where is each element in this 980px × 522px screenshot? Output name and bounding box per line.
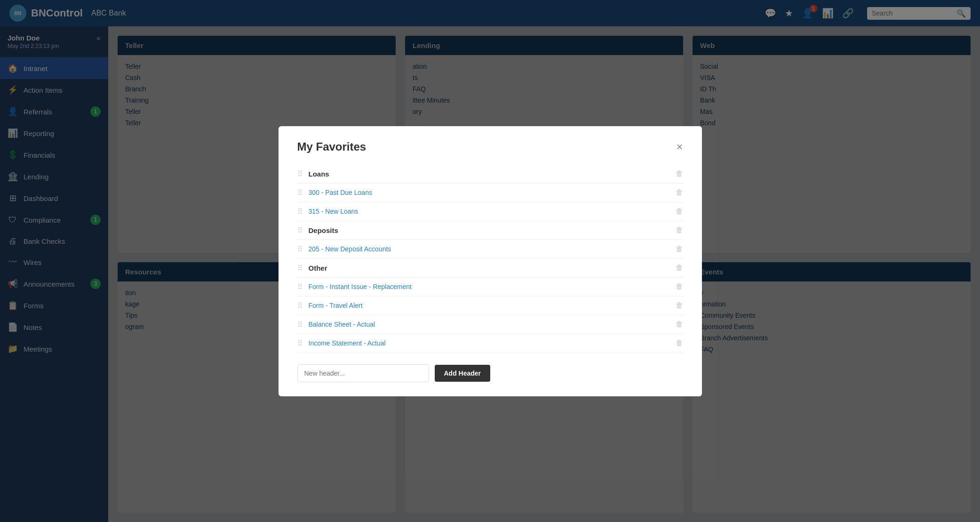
- favorites-list: ⠿ Loans 🗑 ⠿ 300 - Past Due Loans 🗑 ⠿ 315…: [297, 165, 683, 353]
- delete-section-button[interactable]: 🗑: [676, 169, 683, 178]
- fav-item: ⠿ 205 - New Deposit Accounts 🗑: [297, 240, 683, 259]
- delete-item-button[interactable]: 🗑: [676, 207, 683, 216]
- delete-item-button[interactable]: 🗑: [676, 245, 683, 253]
- modal-overlay[interactable]: My Favorites × ⠿ Loans 🗑 ⠿ 300 - Past Du…: [0, 0, 980, 522]
- delete-section-button[interactable]: 🗑: [676, 264, 683, 272]
- fav-item: ⠿ Form - Instant Issue - Replacement 🗑: [297, 278, 683, 297]
- delete-item-button[interactable]: 🗑: [676, 301, 683, 310]
- fav-item-link[interactable]: 315 - New Loans: [309, 208, 676, 215]
- delete-section-button[interactable]: 🗑: [676, 226, 683, 234]
- delete-item-button[interactable]: 🗑: [676, 339, 683, 347]
- fav-section-label: Loans: [309, 170, 676, 178]
- fav-item: ⠿ 300 - Past Due Loans 🗑: [297, 184, 683, 202]
- fav-section-header-loans: ⠿ Loans 🗑: [297, 165, 683, 184]
- fav-item: ⠿ 315 - New Loans 🗑: [297, 202, 683, 221]
- new-header-input[interactable]: [297, 364, 429, 382]
- drag-handle[interactable]: ⠿: [297, 245, 303, 254]
- modal-header: My Favorites ×: [297, 140, 683, 153]
- fav-item-link[interactable]: Form - Instant Issue - Replacement: [309, 283, 676, 290]
- drag-handle[interactable]: ⠿: [297, 226, 303, 235]
- drag-handle[interactable]: ⠿: [297, 282, 303, 291]
- drag-handle[interactable]: ⠿: [297, 169, 303, 178]
- fav-item: ⠿ Income Statement - Actual 🗑: [297, 334, 683, 353]
- fav-section-label: Deposits: [309, 226, 676, 234]
- add-header-button[interactable]: Add Header: [435, 365, 491, 382]
- delete-item-button[interactable]: 🗑: [676, 320, 683, 329]
- drag-handle[interactable]: ⠿: [297, 320, 303, 329]
- drag-handle[interactable]: ⠿: [297, 207, 303, 216]
- fav-item-link[interactable]: Income Statement - Actual: [309, 339, 676, 347]
- fav-section-header-other: ⠿ Other 🗑: [297, 259, 683, 278]
- modal-footer: Add Header: [297, 364, 683, 382]
- delete-item-button[interactable]: 🗑: [676, 282, 683, 291]
- modal-title: My Favorites: [297, 140, 367, 153]
- fav-section-header-deposits: ⠿ Deposits 🗑: [297, 221, 683, 240]
- fav-item: ⠿ Form - Travel Alert 🗑: [297, 297, 683, 315]
- delete-item-button[interactable]: 🗑: [676, 188, 683, 197]
- fav-section-label: Other: [309, 264, 676, 272]
- fav-item-link[interactable]: Balance Sheet - Actual: [309, 321, 676, 328]
- fav-item-link[interactable]: 300 - Past Due Loans: [309, 189, 676, 196]
- drag-handle[interactable]: ⠿: [297, 188, 303, 197]
- fav-item: ⠿ Balance Sheet - Actual 🗑: [297, 315, 683, 334]
- drag-handle[interactable]: ⠿: [297, 264, 303, 273]
- favorites-modal: My Favorites × ⠿ Loans 🗑 ⠿ 300 - Past Du…: [279, 126, 702, 396]
- drag-handle[interactable]: ⠿: [297, 301, 303, 310]
- fav-item-link[interactable]: 205 - New Deposit Accounts: [309, 245, 676, 253]
- drag-handle[interactable]: ⠿: [297, 339, 303, 348]
- modal-close-button[interactable]: ×: [676, 140, 683, 153]
- fav-item-link[interactable]: Form - Travel Alert: [309, 302, 676, 309]
